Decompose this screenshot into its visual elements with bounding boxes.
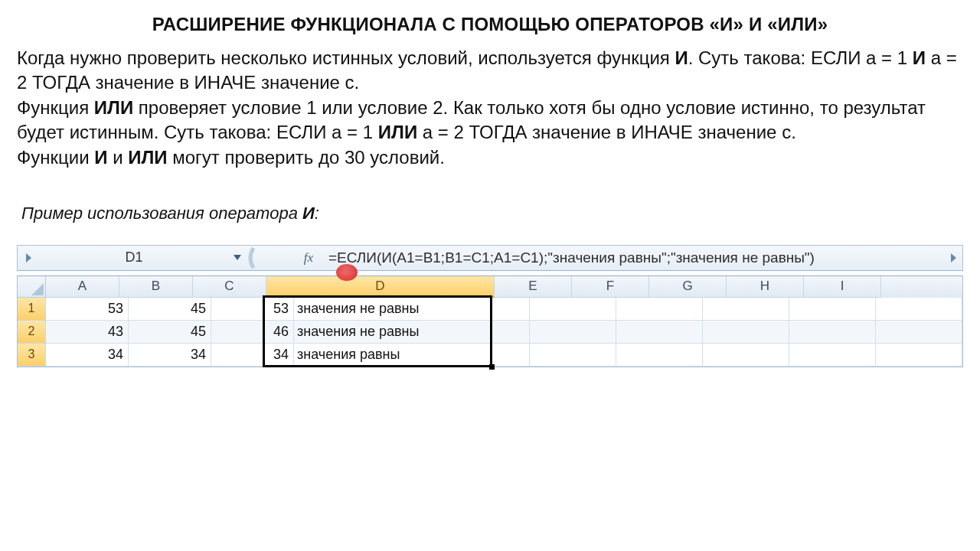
row-header[interactable]: 1 (18, 298, 46, 321)
row-header[interactable]: 3 (18, 344, 46, 367)
bold-or: ИЛИ (94, 97, 133, 118)
cell-f2[interactable] (616, 321, 703, 344)
formula-input[interactable]: =ЕСЛИ(И(A1=B1;B1=C1;A1=C1);"значения рав… (324, 249, 944, 266)
chevron-right-icon (18, 253, 39, 262)
cell-h2[interactable] (789, 321, 876, 344)
cell-a1[interactable]: 53 (46, 298, 129, 321)
text: могут проверить до 30 условий. (168, 147, 445, 168)
col-header-b[interactable]: B (119, 276, 193, 298)
text: и (107, 147, 128, 168)
example-caption: Пример использования оператора И: (21, 204, 963, 223)
column-headers: A B C D E F G H I (18, 276, 962, 298)
chevron-right-icon (944, 253, 962, 262)
cell-e1[interactable] (530, 298, 616, 321)
text: а = 2 ТОГДА значение в ИНАЧЕ значение с. (417, 122, 796, 142)
col-header-e[interactable]: E (495, 276, 572, 298)
cell-d1[interactable]: значения не равны (294, 298, 530, 321)
text: Функции (17, 147, 94, 168)
table-row: 1 53 45 53 значения не равны (18, 298, 962, 321)
col-header-f[interactable]: F (572, 276, 649, 298)
text: Когда нужно проверить несколько истинных… (17, 47, 675, 68)
table-row: 2 43 45 46 значения не равны (18, 321, 962, 344)
paragraph-1: Когда нужно проверить несколько истинных… (17, 46, 963, 170)
cell-d3[interactable]: значения равны (294, 344, 530, 367)
cell-b1[interactable]: 45 (129, 298, 211, 321)
cell-g3[interactable] (703, 344, 789, 367)
cell-i2[interactable] (876, 321, 962, 344)
cell-c2[interactable]: 46 (211, 321, 294, 344)
cell-i3[interactable] (876, 344, 962, 367)
cell-d2[interactable]: значения не равны (294, 321, 530, 344)
cell-f3[interactable] (616, 344, 703, 367)
bold-and: И (675, 47, 688, 68)
col-header-i[interactable]: I (804, 276, 881, 298)
name-box[interactable]: D1 (39, 249, 229, 266)
cell-e3[interactable] (530, 344, 616, 367)
cell-c1[interactable]: 53 (211, 298, 294, 321)
text: : (315, 204, 319, 223)
pointer-highlight-icon (336, 264, 358, 281)
cell-f1[interactable] (616, 298, 703, 321)
row-header[interactable]: 2 (18, 321, 46, 344)
col-header-d[interactable]: D (266, 276, 495, 298)
cell-e2[interactable] (530, 321, 616, 344)
table-row: 3 34 34 34 значения равны (18, 344, 962, 367)
cell-g2[interactable] (703, 321, 789, 344)
formula-bar: D1 fx =ЕСЛИ(И(A1=B1;B1=C1;A1=C1);"значен… (17, 245, 963, 271)
cell-c3[interactable]: 34 (211, 344, 294, 367)
cell-i1[interactable] (876, 298, 962, 321)
text: . Суть такова: ЕСЛИ а = 1 (688, 47, 913, 68)
select-all-corner[interactable] (18, 276, 46, 298)
cell-g1[interactable] (703, 298, 789, 321)
excel-screenshot: D1 fx =ЕСЛИ(И(A1=B1;B1=C1;A1=C1);"значен… (17, 245, 963, 367)
text: Функция (17, 97, 94, 118)
bold-or: ИЛИ (378, 122, 417, 142)
cell-b2[interactable]: 45 (129, 321, 211, 344)
text: Пример использования оператора (21, 204, 302, 223)
cell-a3[interactable]: 34 (46, 344, 129, 367)
bold-and: И (94, 147, 107, 168)
cell-h3[interactable] (789, 344, 876, 367)
cell-a2[interactable]: 43 (46, 321, 129, 344)
page-title: РАСШИРЕНИЕ ФУНКЦИОНАЛА С ПОМОЩЬЮ ОПЕРАТО… (17, 14, 963, 35)
insert-function-button[interactable]: fx (293, 250, 324, 266)
col-header-c[interactable]: C (193, 276, 266, 298)
col-header-a[interactable]: A (46, 276, 119, 298)
bold-and: И (302, 204, 315, 223)
name-box-dropdown-icon[interactable] (229, 255, 246, 260)
bold-and: И (913, 47, 926, 68)
col-header-h[interactable]: H (727, 276, 804, 298)
cell-h1[interactable] (789, 298, 876, 321)
bold-or: ИЛИ (128, 147, 167, 168)
col-header-g[interactable]: G (649, 276, 727, 298)
formula-bar-paren-icon (246, 246, 293, 269)
spreadsheet-grid[interactable]: A B C D E F G H I 1 53 45 53 значения не… (17, 276, 963, 367)
cell-b3[interactable]: 34 (129, 344, 211, 367)
